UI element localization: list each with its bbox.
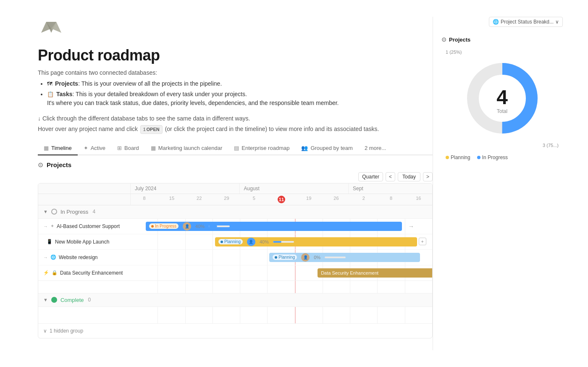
task-name-ai: AI-Based Customer Support <box>57 223 120 229</box>
sidebar-projects-header: ⊙ Projects <box>441 30 563 43</box>
hidden-group[interactable]: ∨ 1 hidden group <box>38 324 432 338</box>
donut-center: 4 Total <box>496 87 508 114</box>
bullet-tasks: 📋 Tasks: This is your detailed breakdown… <box>47 90 433 107</box>
date-sept-8: 8 <box>377 196 404 203</box>
timeline-controls: Quarter < Today > <box>38 172 433 181</box>
breakdown-dropdown-row: 🌐 Project Status Breakd... ∨ <box>441 17 563 27</box>
task-row-website: → 🌐 Website redesign <box>38 250 432 265</box>
group-label-complete: Complete <box>60 297 84 303</box>
group-label-in-progress: In Progress <box>60 209 88 215</box>
open-badge: 1 OPEN <box>140 125 163 134</box>
tabs-bar: ▦ Timeline ✦ Active ⊞ Board ▦ Marketing … <box>38 142 433 155</box>
percent-ai: 40% <box>195 224 205 229</box>
donut-label: Total <box>496 108 508 114</box>
group-toggle-in-progress: ▼ <box>43 209 48 214</box>
task-label-ai: → ✦ AI-Based Customer Support <box>38 223 131 229</box>
date-11: 11 <box>268 196 295 203</box>
progress-bar-ai <box>209 225 230 227</box>
group-in-progress[interactable]: ▼ In Progress 4 <box>38 205 432 219</box>
percent-website: 0% <box>314 255 320 260</box>
page-bullets: 🗺 Projects: This is your overview of all… <box>38 79 433 107</box>
page-title: Product roadmap <box>38 47 433 64</box>
date-26: 26 <box>323 196 350 203</box>
avatar-website: 👤 <box>301 253 310 262</box>
task-row-security: ⚡ 🔒 Data Security Enhancement <box>38 265 432 281</box>
sidebar: 🌐 Project Status Breakd... ∨ ⊙ Projects … <box>433 17 563 350</box>
group-count-complete: 0 <box>88 297 91 303</box>
grouped-tab-icon: 👥 <box>301 145 308 151</box>
next-nav-btn[interactable]: > <box>423 172 433 181</box>
timeline-spacer <box>38 281 432 294</box>
tasks-label: Tasks <box>56 91 73 97</box>
donut-number: 4 <box>496 87 508 107</box>
timeline-wrapper: July 2024 August Sept 8 15 22 29 5 11 <box>38 183 433 338</box>
date-15: 15 <box>158 196 185 203</box>
group-count-in-progress: 4 <box>92 209 95 215</box>
chevron-down-icon: ∨ <box>43 328 47 334</box>
group-complete[interactable]: ▼ Complete 0 <box>38 294 432 307</box>
hint-text-2: Hover over any project name and click 1 … <box>38 125 433 134</box>
in-progress-dot <box>477 156 480 159</box>
timeline-tab-icon: ▦ <box>44 145 49 151</box>
projects-section-icon: ⊙ <box>38 161 43 169</box>
task-bar-area-security: Data Security Enhancement <box>131 265 432 280</box>
task-status-mobile: Planning <box>218 239 243 244</box>
tab-timeline[interactable]: ▦ Timeline <box>38 142 78 155</box>
task-name-security-bar: Data Security Enhancement <box>321 270 378 275</box>
date-29: 29 <box>213 196 240 203</box>
task-label-security: ⚡ 🔒 Data Security Enhancement <box>38 270 131 276</box>
tab-marketing[interactable]: ▦ Marketing launch calendar <box>145 142 228 155</box>
task-status-ai: In Progress <box>149 223 178 229</box>
expand-btn-mobile[interactable]: + <box>419 238 426 245</box>
tasks-text-line2: It's where you can track task status, du… <box>47 100 339 106</box>
task-name-security: Data Security Enhancement <box>60 270 123 276</box>
month-sept: Sept <box>349 184 432 194</box>
page-description: This page contains two connected databas… <box>38 69 433 76</box>
today-btn[interactable]: Today <box>398 172 420 181</box>
task-label-website: → 🌐 Website redesign <box>38 254 131 260</box>
complete-empty-row <box>38 307 432 324</box>
task-bar-area-mobile: Planning 👤 40% + <box>131 234 432 249</box>
tasks-text: : This is your detailed breakdown of eve… <box>73 91 247 97</box>
prev-nav-btn[interactable]: < <box>386 172 395 181</box>
tab-more[interactable]: 2 more... <box>359 142 392 155</box>
task-arrow-ai: → <box>408 223 414 230</box>
percent-75-label: 3 (75...) <box>441 143 563 148</box>
donut-chart: 4 Total <box>441 56 563 140</box>
bullet-projects: 🗺 Projects: This is your overview of all… <box>47 79 433 88</box>
projects-text: : This is your overview of all the proje… <box>78 80 222 87</box>
active-tab-icon: ✦ <box>84 145 88 151</box>
date-sept-2: 2 <box>350 196 377 203</box>
task-name-website: Website redesign <box>59 254 98 260</box>
tab-enterprise[interactable]: ▤ Enterprise roadmap <box>228 142 295 155</box>
date-22: 22 <box>186 196 213 203</box>
logo-icon <box>38 17 433 39</box>
percent-mobile: 40% <box>260 239 269 244</box>
date-8: 8 <box>131 196 158 203</box>
date-5: 5 <box>240 196 268 203</box>
month-august: August <box>240 184 349 194</box>
donut-legend: Planning In Progress <box>441 155 563 160</box>
tab-board[interactable]: ⊞ Board <box>111 142 145 155</box>
quarter-dropdown[interactable]: Quarter <box>358 172 383 181</box>
percent-25-label: 1 (25%) <box>441 50 563 55</box>
tab-active[interactable]: ✦ Active <box>78 142 111 155</box>
projects-section-header: ⊙ Projects <box>38 155 433 172</box>
progress-bar-mobile <box>273 241 294 243</box>
board-tab-icon: ⊞ <box>117 145 122 151</box>
month-july: July 2024 <box>131 184 240 194</box>
breakdown-dropdown[interactable]: 🌐 Project Status Breakd... ∨ <box>489 17 563 27</box>
task-bar-area-ai: In Progress 👤 40% → <box>131 219 432 234</box>
projects-section-title: Projects <box>47 161 71 168</box>
planning-dot <box>446 156 449 159</box>
projects-db-icon: 🗺 <box>47 81 52 87</box>
tab-grouped[interactable]: 👥 Grouped by team <box>295 142 358 155</box>
avatar-ai: 👤 <box>183 222 191 231</box>
task-bar-area-website: Planning 👤 0% <box>131 250 432 265</box>
legend-planning: Planning <box>446 155 470 160</box>
group-toggle-complete: ▼ <box>43 297 48 302</box>
legend-in-progress: In Progress <box>477 155 508 160</box>
task-status-website: Planning <box>273 254 297 260</box>
chevron-down-icon-breakdown: ∨ <box>555 19 559 25</box>
task-row-ai: → ✦ AI-Based Customer Support <box>38 219 432 234</box>
